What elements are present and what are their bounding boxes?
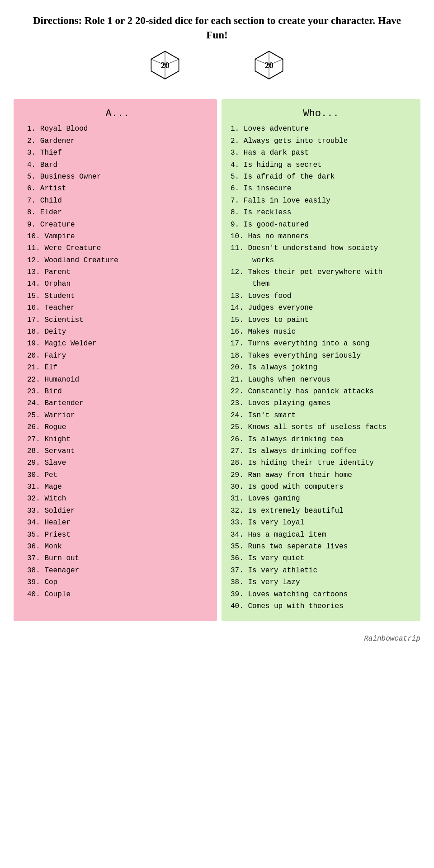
list-item: 1. Royal Blood [27, 123, 208, 135]
list-item: 18. Deity [27, 326, 208, 338]
list-item: 13. Parent [27, 266, 208, 278]
column-who-header: Who... [231, 108, 411, 119]
list-item: 39. Loves watching cartoons [231, 589, 411, 600]
list-item: 17. Turns everything into a song [231, 338, 411, 349]
list-item: 23. Bird [27, 386, 208, 397]
content-area: A... 1. Royal Blood2. Gardener3. Thief4.… [14, 99, 420, 621]
list-item: 1. Loves adventure [231, 123, 411, 135]
list-item: 3. Has a dark past [231, 147, 411, 159]
list-item: 36. Monk [27, 541, 208, 552]
list-item: 21. Elf [27, 362, 208, 373]
list-item: 30. Pet [27, 469, 208, 481]
list-item: 8. Elder [27, 207, 208, 218]
column-who: Who... 1. Loves adventure2. Always gets … [222, 99, 420, 621]
list-item: 7. Child [27, 195, 208, 207]
list-item: 25. Knows all sorts of useless facts [231, 421, 411, 433]
list-item: 9. Is good-natured [231, 219, 411, 231]
column-a-header: A... [27, 108, 208, 119]
header-title: Directions: Role 1 or 2 20-sided dice fo… [27, 14, 407, 42]
list-item: 3. Thief [27, 147, 208, 159]
list-item: 11. Doesn't understand how society works [231, 242, 411, 266]
list-item: 16. Teacher [27, 302, 208, 314]
list-item: 33. Is very loyal [231, 517, 411, 528]
list-item: 11. Were Creature [27, 242, 208, 254]
list-item: 32. Is extremely beautiful [231, 505, 411, 517]
list-item: 26. Is always drinking tea [231, 434, 411, 445]
list-item: 35. Runs two seperate lives [231, 541, 411, 552]
list-item: 4. Bard [27, 159, 208, 171]
list-item: 22. Humanoid [27, 374, 208, 386]
list-item: 28. Is hiding their true identity [231, 457, 411, 469]
list-item: 40. Comes up with theories [231, 600, 411, 612]
list-item: 15. Loves to paint [231, 314, 411, 326]
list-item: 39. Cop [27, 576, 208, 588]
list-item: 5. Business Owner [27, 171, 208, 183]
list-item: 38. Teenager [27, 565, 208, 576]
list-item: 12. Woodland Creature [27, 255, 208, 266]
page-header: Directions: Role 1 or 2 20-sided dice fo… [0, 0, 434, 90]
list-item: 8. Is reckless [231, 207, 411, 218]
column-a: A... 1. Royal Blood2. Gardener3. Thief4.… [14, 99, 217, 621]
list-item: 34. Healer [27, 517, 208, 528]
list-item: 9. Creature [27, 219, 208, 231]
column-who-list: 1. Loves adventure2. Always gets into tr… [231, 123, 411, 612]
list-item: 23. Loves playing games [231, 397, 411, 409]
list-item: 37. Is very athletic [231, 565, 411, 576]
list-item: 33. Soldier [27, 505, 208, 517]
list-item: 20. Is always joking [231, 362, 411, 373]
list-item: 21. Laughs when nervous [231, 374, 411, 386]
list-item: 31. Loves gaming [231, 493, 411, 505]
list-item: 29. Slave [27, 457, 208, 469]
list-item: 19. Magic Welder [27, 338, 208, 349]
list-item: 6. Is insecure [231, 183, 411, 194]
list-item: 13. Loves food [231, 290, 411, 302]
list-item: 35. Priest [27, 529, 208, 541]
list-item: 17. Scientist [27, 314, 208, 326]
column-a-list: 1. Royal Blood2. Gardener3. Thief4. Bard… [27, 123, 208, 600]
list-item: 14. Judges everyone [231, 302, 411, 314]
list-item: 26. Rogue [27, 421, 208, 433]
list-item: 16. Makes music [231, 326, 411, 338]
list-item: 34. Has a magical item [231, 529, 411, 541]
dice-right-icon: 20 [253, 49, 285, 81]
list-item: 30. Is good with computers [231, 481, 411, 493]
list-item: 7. Falls in love easily [231, 195, 411, 207]
list-item: 38. Is very lazy [231, 576, 411, 588]
list-item: 31. Mage [27, 481, 208, 493]
list-item: 4. Is hiding a secret [231, 159, 411, 171]
list-item: 2. Always gets into trouble [231, 135, 411, 147]
list-item: 5. Is afraid of the dark [231, 171, 411, 183]
list-item: 18. Takes everything seriously [231, 350, 411, 362]
list-item: 10. Has no manners [231, 231, 411, 242]
list-item: 2. Gardener [27, 135, 208, 147]
list-item: 28. Servant [27, 445, 208, 457]
list-item: 32. Witch [27, 493, 208, 505]
list-item: 29. Ran away from their home [231, 469, 411, 481]
list-item: 12. Takes their pet everywhere with them [231, 266, 411, 290]
list-item: 24. Bartender [27, 397, 208, 409]
list-item: 36. Is very quiet [231, 552, 411, 564]
list-item: 14. Orphan [27, 278, 208, 290]
list-item: 24. Isn't smart [231, 410, 411, 421]
list-item: 27. Knight [27, 434, 208, 445]
list-item: 20. Fairy [27, 350, 208, 362]
list-item: 15. Student [27, 290, 208, 302]
dice-left-icon: 20 [149, 49, 181, 81]
list-item: 37. Burn out [27, 552, 208, 564]
list-item: 27. Is always drinking coffee [231, 445, 411, 457]
list-item: 10. Vampire [27, 231, 208, 242]
list-item: 25. Warrior [27, 410, 208, 421]
list-item: 22. Constantly has panick attacks [231, 386, 411, 397]
watermark: Rainbowcatrip [14, 635, 420, 647]
list-item: 40. Couple [27, 589, 208, 600]
list-item: 6. Artist [27, 183, 208, 194]
dice-row: 20 20 [149, 49, 285, 81]
